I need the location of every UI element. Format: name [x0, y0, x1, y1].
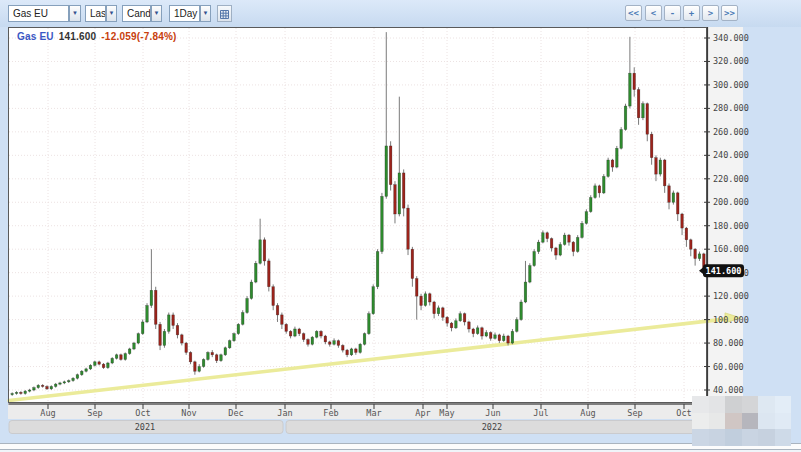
watermark-cell: [692, 413, 709, 430]
watermark-cell: [692, 429, 709, 446]
watermark-cell: [725, 413, 742, 430]
svg-text:Sep: Sep: [627, 408, 642, 418]
year-bands: 20212022: [9, 421, 741, 434]
svg-text:100.000: 100.000: [713, 315, 749, 325]
watermark-cell: [725, 396, 742, 413]
watermark-cell: [775, 429, 792, 446]
watermark-cell: [725, 429, 742, 446]
svg-text:Oct: Oct: [676, 408, 691, 418]
svg-text:Jan: Jan: [277, 408, 292, 418]
watermark-cell: [709, 429, 726, 446]
legend-change: -12.059(-7.84%): [101, 31, 176, 42]
watermark-cell: [758, 413, 775, 430]
svg-text:40.000: 40.000: [713, 385, 744, 395]
svg-text:180.000: 180.000: [713, 221, 749, 231]
svg-text:Jun: Jun: [485, 408, 500, 418]
svg-text:80.000: 80.000: [713, 338, 744, 348]
watermark-cell: [775, 413, 792, 430]
watermark-cell: [758, 429, 775, 446]
svg-text:260.000: 260.000: [713, 127, 749, 137]
svg-text:200.000: 200.000: [713, 197, 749, 207]
watermark-cell: [742, 396, 759, 413]
svg-text:2021: 2021: [135, 422, 155, 432]
svg-text:Feb: Feb: [323, 408, 338, 418]
svg-text:Jul: Jul: [533, 408, 548, 418]
svg-text:120.000: 120.000: [713, 291, 749, 301]
svg-text:Aug: Aug: [580, 408, 595, 418]
watermark-cell: [742, 413, 759, 430]
watermark-cell: [709, 396, 726, 413]
svg-text:340.000: 340.000: [713, 33, 749, 43]
svg-text:Aug: Aug: [40, 408, 55, 418]
svg-text:240.000: 240.000: [713, 150, 749, 160]
watermark-cell: [692, 396, 709, 413]
svg-text:320.000: 320.000: [713, 56, 749, 66]
watermark-cell: [742, 429, 759, 446]
svg-text:220.000: 220.000: [713, 174, 749, 184]
watermark-cell: [758, 396, 775, 413]
svg-text:160.000: 160.000: [713, 244, 749, 254]
watermark-cell: [709, 413, 726, 430]
watermark-cell: [775, 396, 792, 413]
chart-legend: Gas EU141.600-12.059(-7.84%): [17, 31, 177, 42]
price-chart[interactable]: 340.000320.000300.000280.000260.000240.0…: [0, 0, 801, 452]
legend-last-price: 141.600: [59, 31, 97, 42]
svg-text:May: May: [439, 408, 454, 418]
svg-text:Sep: Sep: [87, 408, 102, 418]
svg-text:Apr: Apr: [415, 408, 430, 418]
svg-text:Dec: Dec: [228, 408, 243, 418]
svg-text:Mar: Mar: [366, 408, 381, 418]
blurred-watermark: [692, 396, 791, 446]
last-price-tag: 141.600: [699, 264, 744, 277]
svg-text:Oct: Oct: [135, 408, 150, 418]
svg-text:2022: 2022: [482, 422, 502, 432]
svg-text:141.600: 141.600: [706, 266, 742, 276]
svg-text:280.000: 280.000: [713, 103, 749, 113]
svg-text:300.000: 300.000: [713, 80, 749, 90]
legend-symbol: Gas EU: [17, 31, 54, 42]
svg-text:Nov: Nov: [181, 408, 196, 418]
svg-text:60.000: 60.000: [713, 362, 744, 372]
